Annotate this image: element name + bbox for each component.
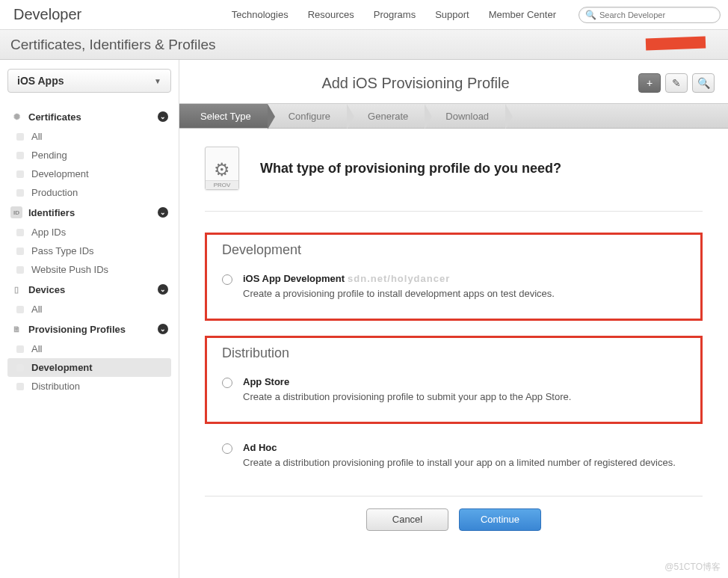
device-icon: ▯ bbox=[10, 283, 22, 295]
bullet-icon bbox=[16, 170, 24, 178]
chevron-down-icon: ⌄ bbox=[158, 207, 168, 218]
top-nav: Developer Technologies Resources Program… bbox=[0, 0, 728, 30]
sidebar-item-pass-type-ids[interactable]: Pass Type IDs bbox=[7, 242, 171, 260]
sidebar-item-app-ids[interactable]: App IDs bbox=[7, 223, 171, 242]
bullet-icon bbox=[16, 383, 24, 390]
radio-icon[interactable] bbox=[222, 443, 232, 454]
sidebar-item-production[interactable]: Production bbox=[7, 183, 171, 202]
bullet-icon bbox=[16, 229, 24, 236]
sidebar-item-prov-all[interactable]: All bbox=[7, 339, 171, 358]
attribution: @51CTO博客 bbox=[664, 561, 721, 574]
prov-badge: PROV bbox=[206, 180, 238, 189]
brand-label: Developer bbox=[13, 6, 81, 23]
nav-links: Technologies Resources Programs Support … bbox=[232, 9, 556, 20]
sidebar-group-label: Identifiers bbox=[28, 207, 75, 218]
nav-member-center[interactable]: Member Center bbox=[489, 9, 556, 20]
continue-button[interactable]: Continue bbox=[459, 508, 541, 531]
radio-icon[interactable] bbox=[222, 274, 232, 285]
sidebar-item-all[interactable]: All bbox=[7, 127, 171, 146]
highlight-distribution: Distribution App Store Create a distribu… bbox=[205, 336, 703, 424]
platform-label: iOS Apps bbox=[17, 75, 64, 87]
search-button[interactable]: 🔍 bbox=[692, 73, 715, 93]
edit-button[interactable]: ✎ bbox=[665, 73, 688, 93]
chevron-down-icon: ⌄ bbox=[158, 111, 168, 122]
plus-icon: + bbox=[647, 77, 653, 89]
step-generate[interactable]: Generate bbox=[347, 104, 425, 128]
option-title: App Store bbox=[243, 376, 571, 387]
nav-technologies[interactable]: Technologies bbox=[232, 9, 289, 20]
bullet-icon bbox=[16, 248, 24, 255]
option-ad-hoc[interactable]: Ad Hoc Create a distribution provisionin… bbox=[222, 439, 688, 473]
sidebar-group-label: Devices bbox=[28, 284, 65, 295]
chevron-down-icon: ⌄ bbox=[158, 284, 168, 295]
step-select-type[interactable]: Select Type bbox=[179, 104, 268, 128]
highlight-development: Development iOS App Developmentsdn.net/h… bbox=[205, 233, 703, 321]
step-configure[interactable]: Configure bbox=[268, 104, 347, 128]
sidebar-group-label: Provisioning Profiles bbox=[28, 324, 126, 335]
sidebar-group-devices[interactable]: ▯ Devices ⌄ bbox=[7, 279, 171, 300]
bullet-icon bbox=[16, 306, 24, 313]
content-title: Add iOS Provisioning Profile bbox=[193, 75, 638, 92]
id-icon: ID bbox=[10, 206, 22, 218]
nav-resources[interactable]: Resources bbox=[308, 9, 354, 20]
certificate-icon: ✺ bbox=[10, 111, 22, 123]
bullet-icon bbox=[16, 345, 24, 353]
sidebar-group-identifiers[interactable]: ID Identifiers ⌄ bbox=[7, 202, 171, 223]
option-desc: Create a provisioning profile to install… bbox=[243, 287, 555, 301]
sidebar-item-development[interactable]: Development bbox=[7, 165, 171, 183]
option-app-store[interactable]: App Store Create a distribution provisio… bbox=[222, 373, 685, 407]
option-desc: Create a distribution provisioning profi… bbox=[243, 390, 571, 404]
option-adhoc-wrap: Ad Hoc Create a distribution provisionin… bbox=[205, 439, 703, 473]
sidebar-group-label: Certificates bbox=[28, 111, 81, 123]
sidebar-group-certificates[interactable]: ✺ Certificates ⌄ bbox=[7, 106, 171, 127]
content-body: ⚙ PROV What type of provisioning profile… bbox=[179, 129, 728, 561]
bullet-icon bbox=[16, 133, 24, 141]
search-input[interactable] bbox=[599, 10, 714, 19]
bullet-icon bbox=[16, 152, 24, 159]
nav-programs[interactable]: Programs bbox=[374, 9, 416, 20]
sidebar-item-prov-development[interactable]: Development bbox=[7, 358, 171, 377]
section-heading-distribution: Distribution bbox=[222, 341, 685, 373]
radio-icon[interactable] bbox=[222, 378, 232, 388]
option-title: iOS App Developmentsdn.net/holydancer bbox=[243, 273, 555, 284]
chevron-down-icon: ⌄ bbox=[158, 324, 168, 334]
edit-icon: ✎ bbox=[672, 77, 681, 89]
content: Add iOS Provisioning Profile + ✎ 🔍 Selec… bbox=[179, 60, 728, 578]
account-redacted[interactable] bbox=[646, 37, 706, 51]
platform-dropdown[interactable]: iOS Apps ▼ bbox=[7, 69, 171, 93]
step-bar: Select Type Configure Generate Download bbox=[179, 103, 728, 129]
profile-icon: 🗎 bbox=[10, 323, 22, 335]
gear-icon: ⚙ bbox=[214, 159, 230, 180]
content-header: Add iOS Provisioning Profile + ✎ 🔍 bbox=[179, 60, 728, 103]
step-download[interactable]: Download bbox=[425, 104, 505, 128]
search-wrap[interactable]: 🔍 bbox=[579, 7, 721, 23]
option-ios-app-development[interactable]: iOS App Developmentsdn.net/holydancer Cr… bbox=[222, 270, 685, 304]
prov-file-icon: ⚙ PROV bbox=[205, 147, 239, 190]
option-title: Ad Hoc bbox=[243, 442, 676, 453]
sidebar-item-pending[interactable]: Pending bbox=[7, 146, 171, 165]
sidebar: iOS Apps ▼ ✺ Certificates ⌄ All Pending … bbox=[0, 60, 179, 578]
page-header: Certificates, Identifiers & Profiles bbox=[0, 30, 728, 60]
page-title: Certificates, Identifiers & Profiles bbox=[10, 37, 216, 53]
bullet-icon bbox=[16, 364, 24, 372]
sidebar-item-prov-distribution[interactable]: Distribution bbox=[7, 377, 171, 396]
sidebar-item-devices-all[interactable]: All bbox=[7, 300, 171, 319]
chevron-down-icon: ▼ bbox=[154, 77, 161, 85]
question-text: What type of provisioning profile do you… bbox=[260, 161, 561, 176]
nav-support[interactable]: Support bbox=[435, 9, 469, 20]
cancel-button[interactable]: Cancel bbox=[366, 508, 448, 531]
search-icon: 🔍 bbox=[697, 77, 710, 89]
sidebar-item-website-push-ids[interactable]: Website Push IDs bbox=[7, 260, 171, 279]
bullet-icon bbox=[16, 189, 24, 197]
content-tools: + ✎ 🔍 bbox=[638, 73, 715, 93]
section-heading-development: Development bbox=[222, 238, 685, 270]
footer-buttons: Cancel Continue bbox=[205, 496, 703, 543]
watermark-text: sdn.net/holydancer bbox=[348, 273, 450, 284]
add-button[interactable]: + bbox=[638, 73, 661, 93]
search-icon: 🔍 bbox=[585, 10, 596, 20]
question-row: ⚙ PROV What type of provisioning profile… bbox=[205, 147, 703, 212]
option-desc: Create a distribution provisioning profi… bbox=[243, 456, 676, 470]
sidebar-group-provisioning[interactable]: 🗎 Provisioning Profiles ⌄ bbox=[7, 319, 171, 339]
bullet-icon bbox=[16, 266, 24, 274]
